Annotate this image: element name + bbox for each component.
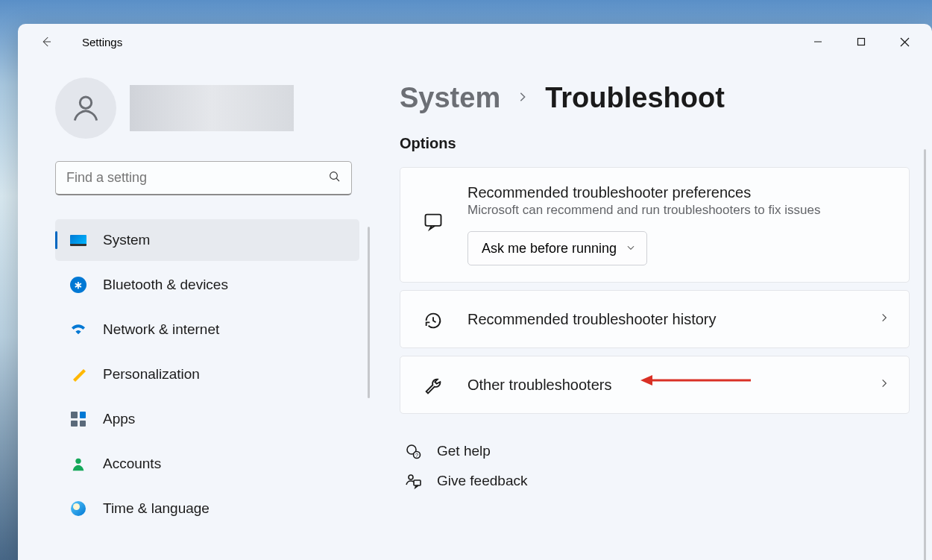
preference-select[interactable]: Ask me before running: [467, 231, 647, 265]
globe-clock-icon: [69, 499, 88, 518]
get-help-link[interactable]: ? Get help: [400, 436, 910, 466]
chevron-down-icon: [626, 241, 636, 257]
give-feedback-link[interactable]: Give feedback: [400, 466, 910, 496]
sidebar-item-label: Personalization: [103, 366, 200, 383]
history-icon: [420, 310, 447, 331]
page-title: Troubleshoot: [545, 82, 725, 114]
paint-icon: [69, 365, 88, 384]
person-icon: [69, 92, 102, 125]
maximize-button[interactable]: [844, 30, 878, 54]
search-input[interactable]: [55, 161, 352, 195]
profile-block[interactable]: [55, 78, 361, 139]
chat-icon: [420, 211, 447, 232]
svg-point-7: [75, 459, 81, 464]
avatar: [55, 78, 116, 139]
chevron-right-icon: [517, 89, 529, 108]
other-troubleshooters-row[interactable]: Other troubleshooters: [400, 356, 910, 414]
maximize-icon: [857, 37, 866, 46]
row-title: Recommended troubleshooter history: [467, 311, 872, 328]
svg-rect-1: [858, 39, 865, 45]
svg-rect-15: [414, 480, 421, 485]
feedback-icon: [400, 472, 426, 490]
sidebar-item-label: Apps: [103, 411, 135, 427]
minimize-icon: [813, 37, 822, 46]
search-field[interactable]: [55, 161, 352, 195]
sidebar-item-time-language[interactable]: Time & language: [55, 488, 359, 529]
sidebar: System ∗ Bluetooth & devices Network & i…: [18, 60, 361, 560]
select-value: Ask me before running: [482, 241, 617, 257]
sidebar-item-personalization[interactable]: Personalization: [55, 353, 359, 395]
sidebar-item-apps[interactable]: Apps: [55, 398, 359, 440]
breadcrumb-parent[interactable]: System: [400, 82, 500, 114]
arrow-left-icon: [40, 35, 53, 48]
back-button[interactable]: [31, 27, 61, 57]
apps-icon: [69, 409, 88, 429]
content-area: System Troubleshoot Options Recommended …: [361, 60, 932, 560]
section-title: Options: [400, 135, 910, 152]
chevron-right-icon: [879, 377, 890, 392]
titlebar: Settings: [18, 24, 932, 60]
sidebar-item-label: Network & internet: [103, 321, 219, 338]
svg-text:?: ?: [415, 453, 418, 458]
accounts-icon: [69, 454, 88, 474]
scrollbar[interactable]: [924, 149, 926, 560]
help-icon: ?: [400, 442, 426, 460]
card-title: Recommended troubleshooter preferences: [467, 184, 890, 201]
sidebar-item-label: Bluetooth & devices: [103, 277, 228, 293]
sidebar-item-system[interactable]: System: [55, 219, 359, 261]
link-label: Give feedback: [437, 473, 527, 489]
troubleshooter-history-row[interactable]: Recommended troubleshooter history: [400, 290, 910, 348]
sidebar-item-accounts[interactable]: Accounts: [55, 443, 359, 485]
minimize-button[interactable]: [801, 30, 835, 54]
wrench-icon: [420, 376, 447, 397]
link-label: Get help: [437, 443, 491, 459]
sidebar-item-label: System: [103, 232, 150, 248]
nav-list: System ∗ Bluetooth & devices Network & i…: [55, 219, 359, 532]
app-title: Settings: [82, 36, 122, 48]
troubleshooter-preferences-card: Recommended troubleshooter preferences M…: [400, 167, 910, 283]
user-name-redacted: [130, 85, 294, 131]
bluetooth-icon: ∗: [69, 275, 88, 295]
row-title: Other troubleshooters: [467, 377, 872, 394]
help-links: ? Get help Give feedback: [400, 436, 910, 496]
chevron-right-icon: [879, 312, 890, 327]
breadcrumb: System Troubleshoot: [400, 82, 910, 114]
sidebar-item-network[interactable]: Network & internet: [55, 309, 359, 350]
monitor-icon: [69, 230, 88, 250]
sidebar-item-label: Time & language: [103, 500, 210, 517]
card-subtitle: Microsoft can recommend and run troubles…: [467, 203, 890, 218]
close-button[interactable]: [887, 30, 922, 54]
settings-window: Settings: [18, 24, 932, 560]
sidebar-item-label: Accounts: [103, 456, 161, 472]
close-icon: [900, 37, 910, 47]
svg-point-4: [80, 97, 91, 108]
sidebar-item-bluetooth[interactable]: ∗ Bluetooth & devices: [55, 264, 359, 306]
wifi-icon: [69, 320, 88, 339]
svg-point-14: [409, 475, 413, 479]
svg-rect-8: [426, 215, 441, 226]
